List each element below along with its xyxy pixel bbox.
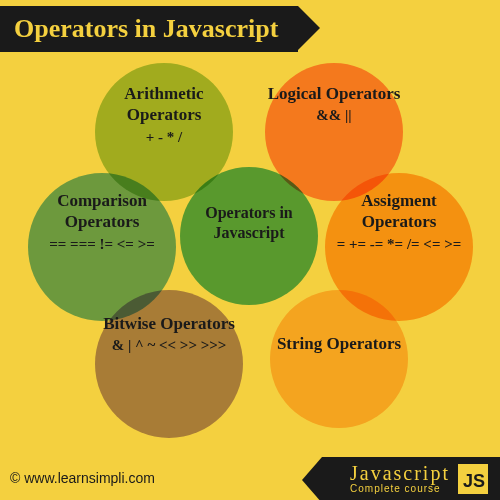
ops-logical: && || [265,106,403,125]
ops-comparison: == === != <= >= [28,235,176,254]
venn-diagram: Arithmetic Operators + - * / Logical Ope… [0,55,500,450]
heading-center: Operators in Javascript [205,204,293,241]
copyright-text: © www.learnsimpli.com [10,470,155,486]
footer-tagline: Complete course [350,483,450,494]
label-logical: Logical Operators && || [265,83,403,125]
heading-arithmetic: Arithmetic Operators [124,84,203,124]
label-string: String Operators [270,333,408,354]
label-bitwise: Bitwise Operators & | ^ ~ << >> >>> [95,313,243,355]
page-title-banner: Operators in Javascript [0,6,298,52]
label-center: Operators in Javascript [180,203,318,243]
footer-banner: Javascript Complete course JS [322,457,500,500]
heading-string: String Operators [277,334,401,353]
footer-brand: Javascript [350,463,450,483]
label-assignment: Assigment Operators = += -= *= /= <= >= [325,190,473,253]
page-title: Operators in Javascript [14,14,278,43]
label-comparison: Comparison Operators == === != <= >= [28,190,176,253]
circle-string [270,290,408,428]
label-arithmetic: Arithmetic Operators + - * / [95,83,233,146]
heading-bitwise: Bitwise Operators [103,314,235,333]
ops-bitwise: & | ^ ~ << >> >>> [95,336,243,355]
ops-assignment: = += -= *= /= <= >= [325,235,473,254]
heading-comparison: Comparison Operators [57,191,147,231]
ops-arithmetic: + - * / [95,128,233,147]
heading-logical: Logical Operators [268,84,401,103]
heading-assignment: Assigment Operators [361,191,437,231]
footer-brand-block: Javascript Complete course [350,463,450,494]
js-badge-icon: JS [458,464,488,494]
footer: © www.learnsimpli.com Javascript Complet… [0,450,500,500]
